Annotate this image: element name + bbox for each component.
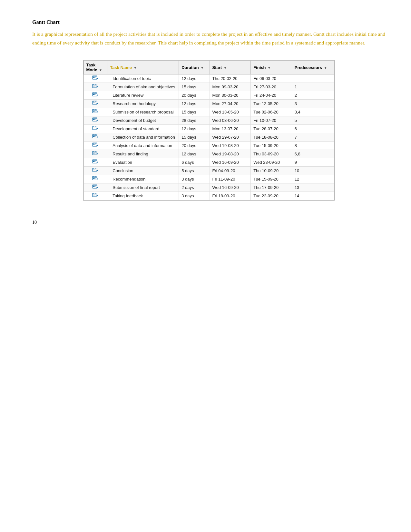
task-finish-cell: Fri 06-03-20 bbox=[251, 74, 292, 83]
task-mode-icon bbox=[92, 193, 99, 198]
svg-rect-82 bbox=[93, 186, 94, 187]
task-name-cell: Collection of data and information bbox=[107, 133, 179, 142]
task-duration-cell: 20 days bbox=[179, 142, 210, 150]
svg-rect-58 bbox=[93, 153, 94, 153]
svg-rect-22 bbox=[93, 103, 94, 103]
task-mode-cell bbox=[83, 125, 107, 133]
table-row: Recommendation3 daysFri 11-09-20Tue 15-0… bbox=[83, 175, 334, 183]
task-mode-cell bbox=[83, 192, 107, 200]
task-mode-cell bbox=[83, 142, 107, 150]
task-name-cell: Submission of research proposal bbox=[107, 108, 179, 116]
task-name-cell: Evaluation bbox=[107, 158, 179, 167]
svg-rect-17 bbox=[94, 94, 95, 95]
task-mode-icon bbox=[92, 126, 99, 131]
task-mode-icon bbox=[92, 92, 99, 97]
svg-rect-47 bbox=[94, 136, 95, 137]
task-mode-icon bbox=[92, 101, 99, 106]
task-mode-icon bbox=[92, 184, 99, 190]
table-row: Conclusion5 daysFri 04-09-20Thu 10-09-20… bbox=[83, 167, 334, 175]
svg-rect-10 bbox=[93, 86, 94, 86]
col-start: Start ▼ bbox=[210, 61, 251, 74]
body-text: It is a graphical representation of all … bbox=[32, 30, 385, 47]
task-name-cell: Taking feedback bbox=[107, 192, 179, 200]
svg-rect-70 bbox=[93, 170, 94, 170]
col-task-mode: TaskMode ▼ bbox=[83, 61, 107, 74]
table-row: Taking feedback3 daysFri 18-09-20Tue 22-… bbox=[83, 192, 334, 200]
task-predecessors-cell: 8 bbox=[292, 142, 334, 150]
task-duration-cell: 3 days bbox=[179, 192, 210, 200]
task-mode-icon bbox=[92, 117, 99, 123]
task-finish-cell: Tue 18-08-20 bbox=[251, 133, 292, 142]
task-predecessors-cell: 3,4 bbox=[292, 108, 334, 116]
task-duration-cell: 20 days bbox=[179, 91, 210, 100]
svg-rect-59 bbox=[94, 153, 95, 153]
task-name-cell: Submission of final report bbox=[107, 183, 179, 192]
svg-rect-4 bbox=[93, 77, 94, 78]
task-start-cell: Fri 11-09-20 bbox=[210, 175, 251, 183]
task-start-cell: Mon 09-03-20 bbox=[210, 83, 251, 91]
task-start-cell: Wed 16-09-20 bbox=[210, 158, 251, 167]
task-duration-cell: 15 days bbox=[179, 133, 210, 142]
table-row: Analysis of data and information20 daysW… bbox=[83, 142, 334, 150]
svg-rect-16 bbox=[93, 94, 94, 95]
task-duration-cell: 15 days bbox=[179, 108, 210, 116]
svg-rect-88 bbox=[93, 195, 94, 195]
task-predecessors-cell bbox=[292, 74, 334, 83]
task-name-cell: Research methodology bbox=[107, 100, 179, 108]
svg-rect-53 bbox=[94, 144, 95, 145]
svg-rect-65 bbox=[94, 161, 95, 162]
task-duration-cell: 3 days bbox=[179, 175, 210, 183]
col-duration: Duration ▼ bbox=[179, 61, 210, 74]
task-name-cell: Development of standard bbox=[107, 125, 179, 133]
table-row: Development of budget28 daysWed 03-06-20… bbox=[83, 116, 334, 125]
task-mode-icon bbox=[92, 84, 99, 89]
task-name-cell: Formulation of aim and objectives bbox=[107, 83, 179, 91]
svg-rect-83 bbox=[94, 186, 95, 187]
task-start-cell: Wed 16-09-20 bbox=[210, 183, 251, 192]
task-name-cell: Literature review bbox=[107, 91, 179, 100]
task-mode-cell bbox=[83, 74, 107, 83]
svg-rect-28 bbox=[93, 111, 94, 112]
task-duration-cell: 12 days bbox=[179, 74, 210, 83]
task-name-cell: Conclusion bbox=[107, 167, 179, 175]
task-start-cell: Mon 30-03-20 bbox=[210, 91, 251, 100]
task-mode-cell bbox=[83, 158, 107, 167]
task-start-cell: Mon 13-07-20 bbox=[210, 125, 251, 133]
table-row: Evaluation6 daysWed 16-09-20Wed 23-09-20… bbox=[83, 158, 334, 167]
task-predecessors-cell: 13 bbox=[292, 183, 334, 192]
task-predecessors-cell: 10 bbox=[292, 167, 334, 175]
svg-rect-52 bbox=[93, 144, 94, 145]
task-predecessors-cell: 7 bbox=[292, 133, 334, 142]
svg-rect-76 bbox=[93, 178, 94, 179]
task-predecessors-cell: 2 bbox=[292, 91, 334, 100]
task-start-cell: Fri 18-09-20 bbox=[210, 192, 251, 200]
task-mode-cell bbox=[83, 133, 107, 142]
task-finish-cell: Tue 12-05-20 bbox=[251, 100, 292, 108]
task-mode-cell bbox=[83, 83, 107, 91]
task-duration-cell: 12 days bbox=[179, 125, 210, 133]
task-finish-cell: Thu 17-09-20 bbox=[251, 183, 292, 192]
task-mode-cell bbox=[83, 175, 107, 183]
table-row: Identification of topic12 daysThu 20-02-… bbox=[83, 74, 334, 83]
table-row: Submission of final report2 daysWed 16-0… bbox=[83, 183, 334, 192]
task-mode-icon bbox=[92, 176, 99, 181]
task-predecessors-cell: 3 bbox=[292, 100, 334, 108]
task-mode-cell bbox=[83, 150, 107, 158]
svg-rect-5 bbox=[94, 77, 95, 78]
task-start-cell: Thu 20-02-20 bbox=[210, 74, 251, 83]
task-mode-icon bbox=[92, 134, 99, 139]
svg-rect-11 bbox=[94, 86, 95, 86]
task-predecessors-cell: 9 bbox=[292, 158, 334, 167]
task-duration-cell: 2 days bbox=[179, 183, 210, 192]
task-start-cell: Wed 03-06-20 bbox=[210, 116, 251, 125]
task-finish-cell: Thu 03-09-20 bbox=[251, 150, 292, 158]
task-mode-icon bbox=[92, 159, 99, 164]
task-name-cell: Recommendation bbox=[107, 175, 179, 183]
task-mode-icon bbox=[92, 109, 99, 114]
task-mode-cell bbox=[83, 116, 107, 125]
task-predecessors-cell: 1 bbox=[292, 83, 334, 91]
task-finish-cell: Tue 22-09-20 bbox=[251, 192, 292, 200]
table-row: Results and finding12 daysWed 19-08-20Th… bbox=[83, 150, 334, 158]
task-mode-cell bbox=[83, 167, 107, 175]
task-mode-cell bbox=[83, 183, 107, 192]
